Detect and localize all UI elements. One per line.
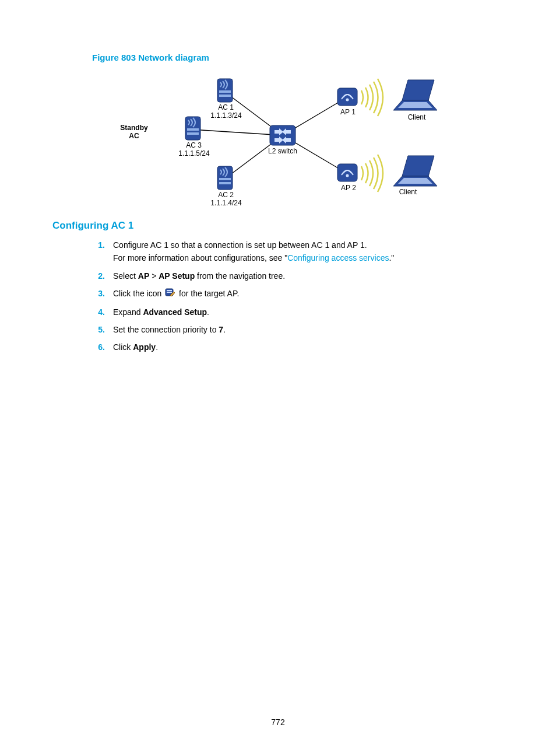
ac1-name: AC 1 [210,103,242,111]
step-body: Click Apply. [113,341,504,354]
step-body: Click the icon for the target AP. [113,287,504,300]
switch-label: L2 switch [265,147,300,155]
laptop-icon [393,156,437,186]
svg-rect-14 [270,125,295,145]
switch-icon [270,125,295,145]
step-body: Configure AC 1 so that a connection is s… [113,239,504,265]
svg-marker-25 [398,102,432,108]
step-item: 5.Set the connection priority to 7. [52,323,504,336]
ac3-name: AC 3 [178,141,210,149]
steps-list: 1.Configure AC 1 so that a connection is… [52,239,504,354]
step-body: Select AP > AP Setup from the navigation… [113,270,504,282]
ac-node-icon [217,79,233,102]
svg-marker-23 [402,80,434,100]
step-item: 4.Expand Advanced Setup. [52,306,504,318]
step-item: 1.Configure AC 1 so that a connection is… [52,239,504,265]
figure-caption: Figure 803 Network diagram [92,52,504,62]
svg-marker-28 [398,178,432,184]
edit-icon [165,288,175,300]
svg-rect-13 [219,182,231,184]
step-item: 6.Click Apply. [52,341,504,354]
step-number: 3. [89,287,105,300]
ac-node-icon [217,166,233,190]
ap-icon [337,88,357,106]
page-number: 772 [0,718,556,727]
step-body: Set the connection priority to 7. [113,323,504,336]
client1-label: Client [402,113,431,121]
step-number: 5. [89,323,105,336]
ac2-ip: 1.1.1.4/24 [206,199,247,207]
svg-rect-10 [187,132,199,135]
svg-rect-19 [337,88,357,106]
svg-rect-12 [219,178,231,180]
client2-label: Client [393,188,423,196]
network-diagram: Standby AC AC 1 1.1.1.3/24 AC 3 1.1.1.5/… [102,68,463,202]
step-number: 2. [89,270,105,282]
ac3-ip: 1.1.1.5/24 [174,149,214,158]
step-item: 2.Select AP > AP Setup from the navigati… [52,270,504,282]
step-item: 3.Click the icon for the target AP. [52,287,504,300]
svg-rect-7 [219,94,231,97]
laptop-icon [393,80,437,110]
step-number: 1. [89,239,105,265]
svg-rect-6 [219,90,231,93]
ap-icon [337,164,357,181]
svg-rect-9 [187,128,199,131]
svg-rect-31 [167,292,172,293]
svg-line-1 [192,130,283,135]
svg-rect-30 [167,290,172,291]
svg-point-22 [346,174,349,177]
standby-ac-label: Standby AC [114,124,154,140]
ac1-ip: 1.1.1.3/24 [206,111,247,120]
step-number: 4. [89,306,105,318]
svg-rect-21 [337,164,357,181]
link-configuring-access-services[interactable]: Configuring access services [287,253,389,262]
svg-point-20 [346,99,349,102]
step-number: 6. [89,341,105,354]
svg-marker-26 [402,156,434,176]
section-heading: Configuring AC 1 [52,220,504,232]
ac2-name: AC 2 [210,191,242,199]
ap1-label: AP 1 [334,108,362,116]
ap2-label: AP 2 [334,184,363,192]
ac-node-icon [185,117,200,140]
step-body: Expand Advanced Setup. [113,306,504,318]
